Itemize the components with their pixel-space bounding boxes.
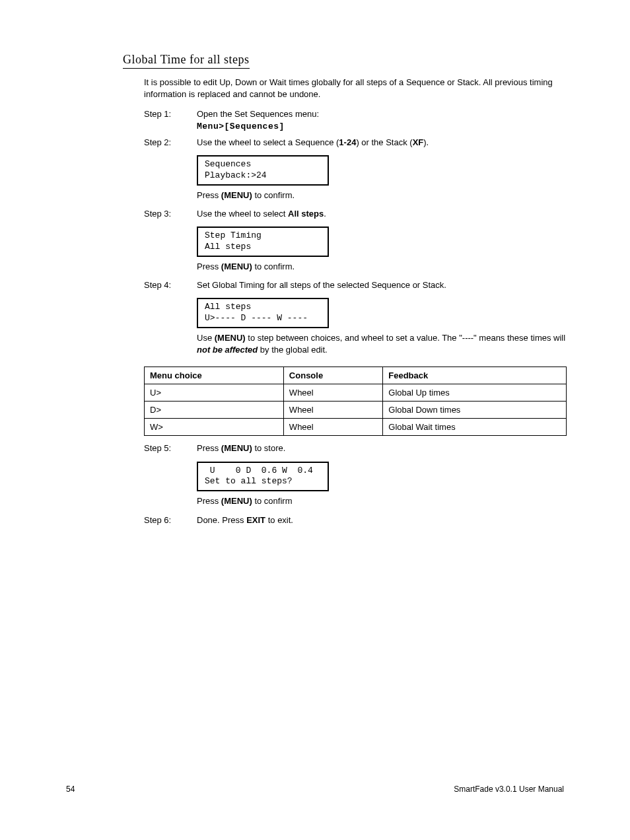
- table-cell: Wheel: [283, 402, 382, 419]
- step-text: Use the wheel to select a Sequence (1-24…: [197, 137, 564, 149]
- table-cell: W>: [145, 419, 284, 436]
- lcd-line2: U>---- D ---- W ----: [205, 313, 321, 324]
- table-cell: U>: [145, 384, 284, 402]
- menu-path: Menu>[Sequences]: [197, 121, 564, 133]
- step-note: Use (MENU) to step between choices, and …: [197, 332, 567, 356]
- step-label: Step 5:: [144, 442, 197, 510]
- table-row: W> Wheel Global Wait times: [145, 419, 567, 436]
- lcd-line1: Sequences: [205, 159, 321, 170]
- step-text: Press (MENU) to store.: [197, 442, 564, 454]
- step-1: Step 1: Open the Set Sequences menu: Men…: [144, 108, 564, 132]
- step-text: Set Global Timing for all steps of the s…: [197, 279, 567, 291]
- table-cell: D>: [145, 402, 284, 419]
- confirm-note: Press (MENU) to confirm: [197, 495, 564, 507]
- lcd-display: Sequences Playback:>24: [197, 155, 329, 186]
- table-row: U> Wheel Global Up times: [145, 384, 567, 402]
- step-label: Step 4:: [144, 279, 197, 359]
- lcd-line1: All steps: [205, 302, 321, 313]
- lcd-display: All steps U>---- D ---- W ----: [197, 298, 329, 328]
- lcd-line1: Step Timing: [205, 230, 321, 242]
- table-cell: Wheel: [283, 384, 382, 402]
- step-text: Open the Set Sequences menu:: [197, 108, 564, 120]
- step-label: Step 3:: [144, 208, 197, 275]
- table-cell: Global Wait times: [383, 419, 567, 436]
- step-3: Step 3: Use the wheel to select All step…: [144, 208, 564, 275]
- lcd-line2: Set to all steps?: [205, 476, 321, 487]
- menu-choice-table: Menu choice Console Feedback U> Wheel Gl…: [144, 367, 567, 436]
- step-5: Step 5: Press (MENU) to store. U 0 D 0.6…: [144, 442, 564, 510]
- step-text: Done. Press EXIT to exit.: [197, 514, 564, 526]
- lcd-line2: All steps: [205, 242, 321, 253]
- table-header: Menu choice: [145, 367, 284, 384]
- step-label: Step 6:: [144, 514, 197, 526]
- step-6: Step 6: Done. Press EXIT to exit.: [144, 514, 564, 526]
- confirm-note: Press (MENU) to confirm.: [197, 190, 564, 201]
- step-label: Step 2:: [144, 137, 197, 204]
- lcd-display: Step Timing All steps: [197, 227, 329, 257]
- lcd-line1: U 0 D 0.6 W 0.4: [205, 466, 321, 477]
- step-2: Step 2: Use the wheel to select a Sequen…: [144, 137, 564, 204]
- lcd-display: U 0 D 0.6 W 0.4 Set to all steps?: [197, 462, 329, 492]
- step-4: Step 4: Set Global Timing for all steps …: [144, 279, 564, 359]
- confirm-note: Press (MENU) to confirm.: [197, 261, 564, 273]
- table-cell: Global Down times: [383, 402, 567, 419]
- table-cell: Global Up times: [383, 384, 567, 402]
- step-text: Use the wheel to select All steps.: [197, 208, 564, 220]
- section-title: Global Time for all steps: [123, 53, 250, 69]
- table-cell: Wheel: [283, 419, 382, 436]
- table-header-row: Menu choice Console Feedback: [145, 367, 567, 384]
- table-header: Feedback: [383, 367, 567, 384]
- table-header: Console: [283, 367, 382, 384]
- table-row: D> Wheel Global Down times: [145, 402, 567, 419]
- intro-paragraph: It is possible to edit Up, Down or Wait …: [144, 77, 564, 100]
- step-label: Step 1:: [144, 108, 197, 132]
- lcd-line2: Playback:>24: [205, 170, 321, 182]
